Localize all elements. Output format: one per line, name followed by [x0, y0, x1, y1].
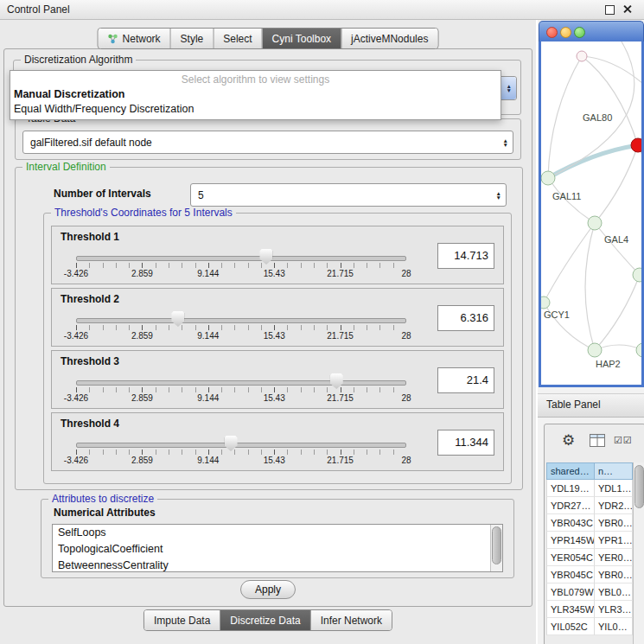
list-item[interactable]: BetweennessCentrality — [53, 558, 502, 572]
tick-label: 9.144 — [197, 331, 219, 341]
tick-label: -3.426 — [64, 456, 88, 465]
tick-label: -3.426 — [64, 269, 88, 278]
network-edge — [548, 145, 638, 178]
threshold-value-field[interactable]: 21.4 — [437, 367, 494, 393]
algorithm-group-title: Discretization Algorithm — [21, 54, 136, 66]
table-row[interactable]: YPR145WYPR1… — [546, 532, 633, 549]
threshold-panel-2: Threshold 2 -3.4262.8599.14415.4321.7152… — [51, 288, 504, 347]
close-icon[interactable] — [622, 4, 632, 14]
numerical-attributes-label: Numerical Attributes — [54, 507, 156, 519]
slider-track[interactable] — [76, 443, 406, 448]
algorithm-option-equal-width[interactable]: Equal Width/Frequency Discretization — [10, 102, 501, 117]
tick-label: 21.715 — [327, 269, 354, 278]
tab-impute-data[interactable]: Impute Data — [144, 610, 220, 630]
table-cell: YBR0… — [595, 514, 633, 532]
panel-header: Control Panel — [0, 0, 644, 20]
network-canvas[interactable]: GAL80GAL11GAL4GCY1HAP2 — [539, 41, 644, 387]
table-cell: YDL19… — [546, 480, 595, 497]
network-node[interactable] — [588, 216, 602, 230]
tick-label: 15.43 — [264, 456, 285, 465]
threshold-slider[interactable]: -3.4262.8599.14415.4321.71528 — [76, 247, 406, 280]
threshold-panel-1: Threshold 1 -3.4262.8599.14415.4321.7152… — [51, 226, 504, 284]
tab-network[interactable]: Network — [99, 29, 170, 48]
tab-select[interactable]: Select — [213, 29, 261, 48]
table-cell: YDL1… — [595, 480, 633, 497]
num-intervals-value: 5 — [198, 184, 204, 206]
network-edge — [595, 223, 640, 275]
num-intervals-combobox[interactable]: 5 ▲▼ — [190, 183, 507, 207]
scrollbar-thumb[interactable] — [492, 526, 501, 564]
threshold-label: Threshold 4 — [61, 418, 119, 430]
threshold-value-field[interactable]: 14.713 — [437, 243, 494, 269]
window-close-button[interactable] — [546, 27, 558, 38]
network-window-titlebar[interactable] — [539, 21, 644, 42]
network-graph: GAL80GAL11GAL4GCY1HAP2 — [541, 41, 641, 385]
table-body: YDL19…YDL1…YDR27…YDR2…YBR043CYBR0…YPR145… — [546, 480, 633, 635]
network-node[interactable] — [577, 51, 587, 61]
checkbox-icons[interactable]: ☑☑ — [614, 435, 633, 446]
list-scrollbar[interactable] — [490, 525, 502, 571]
control-panel: Network Style Select Cyni Toolbox jActiv… — [0, 19, 536, 644]
float-icon[interactable] — [605, 5, 615, 15]
window-minimize-button[interactable] — [560, 27, 571, 38]
gear-icon[interactable]: ⚙ — [562, 431, 575, 450]
algorithm-placeholder: Select algorithm to view settings — [10, 73, 501, 87]
algorithm-dropdown-popup: Select algorithm to view settings Manual… — [10, 70, 501, 120]
slider-track[interactable] — [76, 256, 406, 261]
table-row[interactable]: YBR045CYBR0… — [546, 566, 633, 583]
table-header-row: shared… n… — [546, 462, 633, 480]
network-node[interactable] — [541, 171, 555, 185]
slider-track[interactable] — [76, 318, 406, 323]
slider-track[interactable] — [76, 380, 406, 386]
tab-style[interactable]: Style — [170, 29, 214, 48]
algorithm-option-manual[interactable]: Manual Discretization — [10, 87, 501, 102]
table-row[interactable]: YIL052CYIL0… — [546, 618, 633, 635]
threshold-label: Threshold 2 — [61, 293, 119, 305]
threshold-label: Threshold 3 — [61, 355, 119, 367]
table-row[interactable]: YER054CYER0… — [546, 549, 633, 566]
network-node[interactable] — [631, 138, 641, 152]
scrollbar-thumb[interactable] — [634, 465, 644, 508]
threshold-panel-4: Threshold 4 -3.4262.8599.14415.4321.7152… — [51, 412, 504, 471]
threshold-slider[interactable]: -3.4262.8599.14415.4321.71528 — [76, 372, 406, 405]
table-row[interactable]: YBR043CYBR0… — [546, 514, 633, 532]
columns-icon[interactable] — [590, 434, 605, 450]
tick-label: 9.144 — [197, 269, 219, 278]
network-edge — [638, 145, 641, 232]
list-item[interactable]: TopologicalCoefficient — [53, 541, 502, 558]
column-header[interactable]: n… — [595, 462, 633, 480]
tab-label: Impute Data — [154, 615, 210, 627]
network-node[interactable] — [588, 343, 602, 357]
threshold-value-field[interactable]: 6.316 — [437, 305, 494, 331]
network-edge — [582, 56, 638, 145]
cyni-toolbox-panel: Discretization Algorithm ▲▼ Select algor… — [3, 48, 532, 607]
tab-discretize-data[interactable]: Discretize Data — [220, 610, 309, 630]
list-item[interactable]: SelfLoops — [53, 525, 502, 541]
network-node[interactable] — [633, 268, 641, 282]
table-row[interactable]: YBL079WYBL0… — [546, 583, 633, 601]
slider-ticks — [76, 263, 406, 268]
tab-cyni-toolbox[interactable]: Cyni Toolbox — [262, 29, 341, 48]
tick-label: 21.715 — [327, 456, 354, 465]
network-edge — [585, 223, 595, 350]
tab-jactivemnodules[interactable]: jActiveMNodules — [341, 29, 437, 48]
table-row[interactable]: YDL19…YDL1… — [546, 480, 633, 497]
tab-label: Network — [123, 33, 161, 45]
window-zoom-button[interactable] — [574, 27, 585, 38]
table-row[interactable]: YDR27…YDR2… — [546, 497, 633, 514]
numerical-attributes-list[interactable]: SelfLoopsTopologicalCoefficientBetweenne… — [52, 524, 503, 572]
table-row[interactable]: YLR345WYLR3… — [546, 601, 633, 618]
tab-infer-network[interactable]: Infer Network — [310, 610, 392, 630]
threshold-slider[interactable]: -3.4262.8599.14415.4321.71528 — [76, 434, 406, 467]
column-header[interactable]: shared… — [546, 462, 595, 480]
threshold-slider[interactable]: -3.4262.8599.14415.4321.71528 — [76, 309, 406, 342]
network-node[interactable] — [541, 296, 550, 309]
network-node[interactable] — [636, 343, 641, 357]
apply-button[interactable]: Apply — [240, 580, 296, 599]
attributes-group: Attributes to discretize Numerical Attri… — [41, 499, 514, 578]
threshold-value-field[interactable]: 11.344 — [437, 430, 494, 456]
interval-definition-group: Interval Definition Number of Intervals … — [15, 167, 523, 490]
table-data-combobox[interactable]: galFiltered.sif default node ▲▼ — [22, 131, 513, 154]
table-cell: YPR145W — [546, 532, 595, 549]
table-scrollbar[interactable] — [633, 462, 644, 644]
